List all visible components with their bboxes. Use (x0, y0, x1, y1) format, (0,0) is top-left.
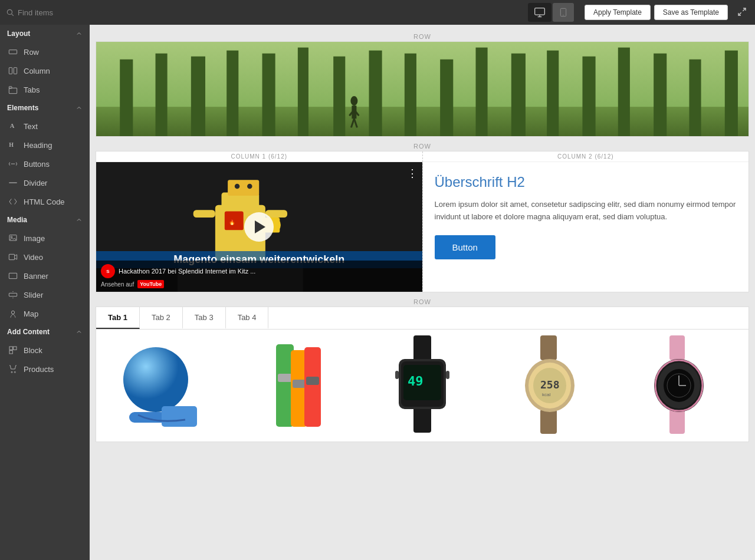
desktop-view-button[interactable] (528, 3, 552, 22)
svg-rect-74 (278, 374, 292, 382)
forest-svg (96, 42, 749, 136)
svg-rect-13 (9, 87, 12, 88)
forest-banner (96, 42, 749, 136)
svg-rect-67 (193, 210, 215, 218)
banner-icon (8, 271, 18, 281)
sidebar-item-slider[interactable]: Slider (0, 285, 90, 304)
buttons-icon (8, 159, 18, 169)
product-3: 49 (366, 335, 478, 436)
svg-rect-42 (440, 60, 453, 136)
sidebar-item-row[interactable]: Row (0, 42, 90, 61)
svg-text:258: 258 (540, 378, 560, 391)
sidebar-item-image[interactable]: Image (0, 229, 90, 248)
svg-rect-94 (669, 335, 685, 360)
text-label: Text (24, 122, 38, 131)
video-embed[interactable]: 🔥 ⋮ (96, 162, 422, 292)
expand-button[interactable] (735, 5, 749, 21)
mobile-view-button[interactable] (553, 3, 574, 22)
video-watch-text: Ansehen auf (101, 281, 134, 288)
row-two-col: ROW COLUMN 1 (6/12) (96, 140, 749, 292)
video-label: Video (24, 253, 43, 262)
sidebar-item-divider[interactable]: Divider (0, 173, 90, 192)
tab-3[interactable]: Tab 3 (183, 307, 226, 329)
sidebar-item-tabs[interactable]: Tabs (0, 80, 90, 99)
svg-rect-33 (120, 60, 133, 136)
svg-rect-45 (547, 51, 559, 136)
svg-rect-2 (535, 8, 545, 15)
col2-label: COLUMN 2 (6/12) (423, 151, 749, 162)
elements-section-header[interactable]: Elements (0, 99, 90, 117)
topbar: Apply Template Save as Template (0, 0, 755, 25)
html-label: HTML Code (24, 197, 65, 206)
sidebar-item-html[interactable]: HTML Code (0, 192, 90, 211)
apply-template-button[interactable]: Apply Template (585, 5, 651, 20)
block-label: Block (24, 346, 42, 355)
svg-rect-9 (9, 50, 17, 54)
svg-rect-76 (293, 380, 306, 388)
video-icon (8, 252, 18, 262)
sidebar-item-buttons[interactable]: Buttons (0, 154, 90, 173)
add-content-section-header[interactable]: Add Content (0, 323, 90, 341)
svg-rect-35 (191, 57, 205, 136)
svg-point-62 (247, 184, 252, 189)
media-section-header[interactable]: Media (0, 211, 90, 229)
tab-4[interactable]: Tab 4 (226, 307, 269, 329)
row-tabs: ROW Tab 1 Tab 2 Tab 3 Tab 4 (96, 296, 749, 442)
sidebar-item-map[interactable]: Map (0, 304, 90, 323)
column-2: COLUMN 2 (6/12) Überschrift H2 Lorem ips… (423, 151, 749, 292)
html-icon (8, 197, 18, 206)
svg-point-30 (14, 371, 15, 373)
product-5 (624, 335, 736, 436)
sidebar-item-banner[interactable]: Banner (0, 266, 90, 285)
svg-rect-48 (654, 54, 667, 136)
svg-rect-26 (9, 347, 12, 350)
row-banner: ROW (96, 31, 749, 137)
tabs-container: Tab 1 Tab 2 Tab 3 Tab 4 (96, 307, 749, 442)
svg-rect-79 (413, 335, 431, 362)
media-label: Media (7, 216, 27, 224)
sidebar-item-block[interactable]: Block (0, 341, 90, 360)
product-4: 258 kcal (495, 335, 607, 436)
svg-rect-41 (405, 54, 416, 136)
divider-icon (8, 178, 18, 187)
svg-line-7 (743, 8, 746, 11)
product-3-image: 49 (366, 335, 478, 436)
sidebar-item-heading[interactable]: H Heading (0, 136, 90, 154)
tab-1[interactable]: Tab 1 (96, 307, 140, 329)
banner-label: Banner (24, 272, 48, 281)
svg-rect-50 (725, 51, 738, 136)
chevron-up-icon2 (76, 104, 83, 111)
svg-point-51 (350, 96, 357, 106)
search-input[interactable] (18, 8, 124, 17)
sidebar-item-video[interactable]: Video (0, 248, 90, 266)
chevron-up-icon4 (76, 328, 83, 335)
save-template-button[interactable]: Save as Template (654, 5, 728, 20)
chevron-up-icon3 (76, 216, 83, 223)
search-wrap (6, 8, 523, 17)
product-3-svg: 49 (387, 335, 458, 436)
svg-rect-37 (262, 54, 275, 136)
add-content-label: Add Content (7, 328, 50, 336)
product-1-svg (120, 338, 209, 433)
col1-label: COLUMN 1 (6/12) (96, 151, 422, 162)
svg-rect-21 (9, 273, 17, 278)
text-icon: A (8, 121, 18, 131)
product-1 (109, 335, 221, 436)
tab-2[interactable]: Tab 2 (140, 307, 183, 329)
svg-point-6 (563, 15, 563, 15)
sidebar-item-text[interactable]: A Text (0, 117, 90, 136)
svg-rect-77 (304, 347, 321, 427)
svg-rect-95 (669, 409, 685, 434)
svg-point-29 (11, 371, 12, 373)
sidebar-item-column[interactable]: Column (0, 61, 90, 80)
layout-section-header[interactable]: Layout (0, 25, 90, 42)
product-4-image: 258 kcal (495, 335, 607, 436)
cta-button[interactable]: Button (435, 235, 495, 259)
svg-rect-44 (511, 54, 526, 136)
svg-rect-38 (298, 48, 308, 136)
sidebar-item-products[interactable]: Products (0, 360, 90, 378)
divider-label: Divider (24, 179, 47, 187)
tabs-header: Tab 1 Tab 2 Tab 3 Tab 4 (96, 307, 749, 330)
play-button[interactable] (244, 212, 274, 242)
video-more-button[interactable]: ⋮ (407, 167, 418, 180)
